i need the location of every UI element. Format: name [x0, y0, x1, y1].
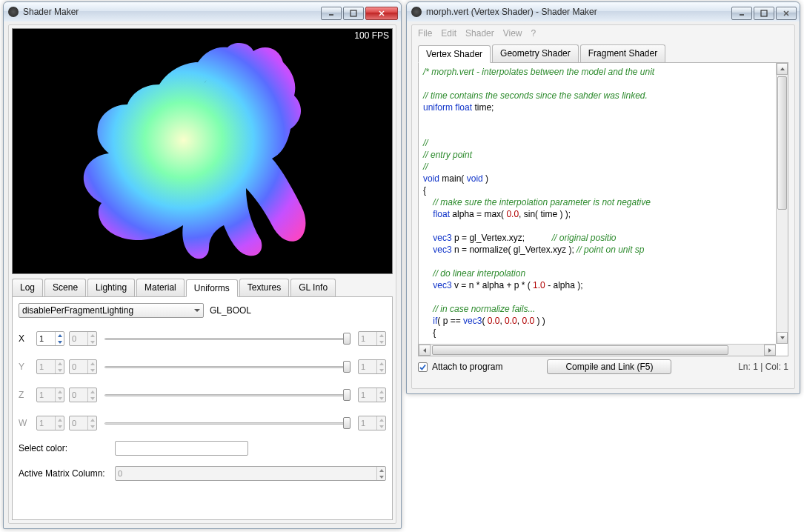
tab-gl-info[interactable]: GL Info [290, 279, 336, 296]
scroll-up-button[interactable] [777, 63, 788, 75]
uniform-selected-value: disablePerFragmentLighting [22, 305, 133, 316]
svg-marker-26 [379, 419, 384, 422]
axis-label: W [19, 418, 36, 428]
menu-view[interactable]: View [503, 28, 522, 39]
value-spinner[interactable]: 1 [358, 388, 386, 402]
uniform-type-label: GL_BOOL [210, 305, 251, 316]
cursor-position: Ln: 1 | Col: 1 [738, 362, 788, 372]
menu-shader[interactable]: Shader [465, 28, 494, 39]
axis-slider [104, 359, 350, 374]
value-spinner[interactable]: 1 [358, 359, 386, 374]
axis-slider [104, 416, 350, 430]
shader-tabs: Vertex ShaderGeometry ShaderFragment Sha… [418, 44, 788, 63]
close-button[interactable] [365, 7, 398, 20]
shader-maker-main-window: Shader Maker 100 FPS [3, 1, 402, 529]
attach-checkbox[interactable] [418, 362, 428, 372]
svg-marker-12 [90, 362, 95, 365]
value-spinner[interactable]: 1 [358, 331, 386, 346]
scroll-down-button[interactable] [777, 332, 788, 344]
axis-label: X [19, 333, 36, 344]
window-title: Shader Maker [23, 7, 321, 17]
svg-marker-17 [58, 397, 62, 400]
tab-log[interactable]: Log [12, 279, 43, 296]
tab-material[interactable]: Material [136, 279, 185, 296]
attach-label: Attach to program [432, 362, 502, 372]
active-matrix-label: Active Matrix Column: [19, 468, 115, 479]
menu-bar: FileEditShaderView? [412, 25, 794, 41]
tab-scene[interactable]: Scene [44, 279, 86, 296]
uniform-select-combo[interactable]: disablePerFragmentLighting [19, 303, 204, 318]
svg-marker-24 [90, 419, 95, 422]
scroll-right-button[interactable] [764, 345, 776, 356]
svg-marker-10 [58, 362, 62, 365]
axis-slider[interactable] [104, 331, 350, 346]
value-spinner[interactable]: 0 [69, 416, 97, 430]
svg-marker-19 [90, 397, 95, 400]
axis-row-z: Z101 [19, 388, 386, 402]
titlebar[interactable]: Shader Maker [4, 2, 401, 21]
svg-marker-5 [58, 341, 62, 344]
tab-uniforms[interactable]: Uniforms [186, 279, 238, 297]
tab-textures[interactable]: Textures [239, 279, 289, 296]
app-icon [8, 7, 19, 17]
gl-viewport[interactable]: 100 FPS [12, 28, 393, 274]
maximize-button[interactable] [343, 7, 364, 20]
svg-marker-23 [58, 425, 62, 428]
window-title: morph.vert (Vertex Shader) - Shader Make… [426, 7, 731, 17]
tab-lighting[interactable]: Lighting [87, 279, 135, 296]
tab-geometry-shader[interactable]: Geometry Shader [492, 44, 579, 62]
svg-marker-16 [58, 390, 62, 393]
svg-marker-29 [379, 476, 384, 479]
menu-edit[interactable]: Edit [441, 28, 456, 39]
axis-row-w: W101 [19, 416, 386, 430]
svg-marker-11 [58, 369, 62, 372]
close-button[interactable] [776, 7, 797, 20]
svg-marker-13 [90, 369, 95, 372]
value-spinner[interactable]: 1 [36, 359, 64, 374]
editor-horizontal-scrollbar[interactable] [419, 344, 776, 356]
scroll-thumb[interactable] [432, 345, 728, 355]
svg-marker-36 [423, 348, 426, 353]
active-matrix-spinner[interactable]: 0 [115, 466, 386, 481]
svg-marker-21 [379, 397, 384, 400]
minimize-button[interactable] [731, 7, 752, 20]
value-spinner[interactable]: 0 [69, 388, 97, 402]
editor-vertical-scrollbar[interactable] [776, 63, 788, 344]
maximize-button[interactable] [754, 7, 774, 20]
tab-vertex-shader[interactable]: Vertex Shader [418, 45, 491, 63]
svg-marker-9 [379, 341, 384, 344]
app-icon [411, 7, 422, 17]
editor-content: FileEditShaderView? Vertex ShaderGeometr… [411, 24, 795, 389]
svg-marker-27 [379, 425, 384, 428]
svg-marker-22 [58, 419, 62, 422]
value-spinner[interactable]: 1 [358, 416, 386, 430]
titlebar[interactable]: morph.vert (Vertex Shader) - Shader Make… [407, 2, 800, 21]
svg-marker-35 [780, 336, 785, 339]
svg-marker-14 [379, 362, 384, 365]
scroll-left-button[interactable] [419, 345, 431, 356]
svg-marker-15 [379, 369, 384, 372]
code-editor[interactable]: /* morph.vert - interpolates between the… [418, 63, 788, 356]
menu-file[interactable]: File [418, 28, 432, 39]
svg-marker-18 [90, 390, 95, 393]
scroll-thumb[interactable] [777, 76, 787, 210]
menu-?[interactable]: ? [531, 28, 536, 39]
main-content: 100 FPS LogSceneLightingMaterialU [8, 24, 396, 524]
uniforms-panel: disablePerFragmentLighting GL_BOOL X101Y… [12, 297, 393, 520]
value-spinner[interactable]: 1 [36, 331, 64, 346]
main-tabs: LogSceneLightingMaterialUniformsTextures… [12, 279, 393, 297]
select-color-label: Select color: [19, 443, 115, 453]
svg-marker-37 [768, 348, 771, 353]
compile-button[interactable]: Compile and Link (F5) [547, 359, 671, 374]
minimize-button[interactable] [321, 7, 342, 20]
value-spinner[interactable]: 1 [36, 388, 64, 402]
axis-row-y: Y101 [19, 359, 386, 374]
value-spinner[interactable]: 0 [69, 331, 97, 346]
value-spinner[interactable]: 1 [36, 416, 64, 430]
select-color-input[interactable] [115, 441, 248, 456]
svg-marker-28 [379, 469, 384, 472]
svg-marker-7 [90, 341, 95, 344]
tab-fragment-shader[interactable]: Fragment Shader [580, 44, 665, 62]
value-spinner[interactable]: 0 [69, 359, 97, 374]
axis-label: Y [19, 362, 36, 372]
